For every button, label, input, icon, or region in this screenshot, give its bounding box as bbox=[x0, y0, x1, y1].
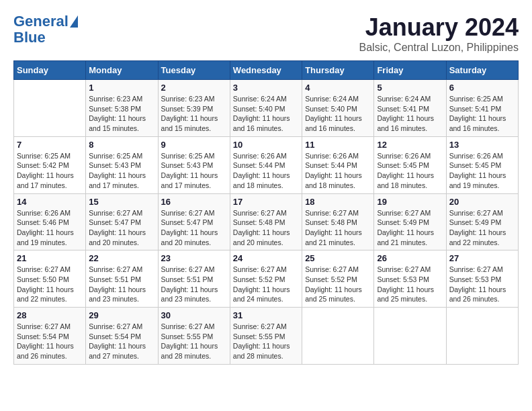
calendar-cell: 27Sunrise: 6:27 AMSunset: 5:53 PMDayligh… bbox=[446, 250, 518, 308]
day-info: Sunrise: 6:27 AMSunset: 5:52 PMDaylight:… bbox=[305, 265, 371, 304]
day-number: 10 bbox=[233, 140, 299, 150]
day-info: Sunrise: 6:24 AMSunset: 5:40 PMDaylight:… bbox=[233, 94, 299, 134]
day-number: 21 bbox=[17, 253, 83, 263]
day-number: 5 bbox=[377, 83, 443, 93]
calendar-cell: 18Sunrise: 6:27 AMSunset: 5:48 PMDayligh… bbox=[302, 193, 374, 250]
calendar-cell: 20Sunrise: 6:27 AMSunset: 5:49 PMDayligh… bbox=[446, 193, 518, 250]
calendar-cell bbox=[446, 308, 518, 365]
day-number: 6 bbox=[449, 83, 515, 93]
day-info: Sunrise: 6:23 AMSunset: 5:39 PMDaylight:… bbox=[161, 94, 227, 134]
day-number: 22 bbox=[89, 253, 154, 263]
day-info: Sunrise: 6:25 AMSunset: 5:41 PMDaylight:… bbox=[449, 94, 515, 134]
weekday-header: Saturday bbox=[446, 61, 518, 80]
calendar-cell: 25Sunrise: 6:27 AMSunset: 5:52 PMDayligh… bbox=[302, 250, 374, 308]
calendar-cell: 13Sunrise: 6:26 AMSunset: 5:45 PMDayligh… bbox=[446, 136, 518, 193]
calendar-cell: 22Sunrise: 6:27 AMSunset: 5:51 PMDayligh… bbox=[86, 250, 158, 308]
calendar-cell: 17Sunrise: 6:27 AMSunset: 5:48 PMDayligh… bbox=[230, 193, 302, 250]
day-info: Sunrise: 6:27 AMSunset: 5:53 PMDaylight:… bbox=[449, 265, 515, 304]
day-number: 20 bbox=[449, 197, 515, 207]
calendar-cell: 11Sunrise: 6:26 AMSunset: 5:44 PMDayligh… bbox=[302, 136, 374, 193]
day-number: 4 bbox=[305, 83, 371, 93]
calendar-cell: 4Sunrise: 6:24 AMSunset: 5:40 PMDaylight… bbox=[302, 80, 374, 137]
day-number: 26 bbox=[377, 253, 443, 263]
day-info: Sunrise: 6:24 AMSunset: 5:41 PMDaylight:… bbox=[377, 94, 443, 134]
day-number: 18 bbox=[305, 197, 371, 207]
day-number: 2 bbox=[161, 83, 227, 93]
day-number: 30 bbox=[161, 310, 227, 320]
calendar-cell: 15Sunrise: 6:27 AMSunset: 5:47 PMDayligh… bbox=[86, 193, 158, 250]
day-number: 16 bbox=[161, 197, 227, 207]
day-info: Sunrise: 6:27 AMSunset: 5:54 PMDaylight:… bbox=[89, 322, 154, 361]
calendar-week-row: 7Sunrise: 6:25 AMSunset: 5:42 PMDaylight… bbox=[14, 136, 519, 193]
logo: General Blue bbox=[13, 13, 78, 46]
calendar-cell: 1Sunrise: 6:23 AMSunset: 5:38 PMDaylight… bbox=[86, 80, 158, 137]
day-number: 17 bbox=[233, 197, 299, 207]
day-number: 15 bbox=[89, 197, 154, 207]
day-info: Sunrise: 6:27 AMSunset: 5:51 PMDaylight:… bbox=[161, 265, 227, 304]
day-number: 29 bbox=[89, 310, 154, 320]
day-info: Sunrise: 6:27 AMSunset: 5:55 PMDaylight:… bbox=[233, 322, 299, 361]
day-number: 23 bbox=[161, 253, 227, 263]
day-number: 28 bbox=[17, 310, 83, 320]
calendar-cell: 29Sunrise: 6:27 AMSunset: 5:54 PMDayligh… bbox=[86, 308, 158, 365]
day-number: 1 bbox=[89, 83, 154, 93]
title-block: January 2024 Balsic, Central Luzon, Phil… bbox=[359, 13, 519, 54]
calendar-cell: 21Sunrise: 6:27 AMSunset: 5:50 PMDayligh… bbox=[14, 250, 86, 308]
calendar-cell: 5Sunrise: 6:24 AMSunset: 5:41 PMDaylight… bbox=[374, 80, 446, 137]
calendar-cell: 19Sunrise: 6:27 AMSunset: 5:49 PMDayligh… bbox=[374, 193, 446, 250]
day-number: 3 bbox=[233, 83, 299, 93]
weekday-header: Monday bbox=[86, 61, 158, 80]
calendar-header: SundayMondayTuesdayWednesdayThursdayFrid… bbox=[14, 61, 519, 80]
day-info: Sunrise: 6:26 AMSunset: 5:44 PMDaylight:… bbox=[233, 151, 299, 191]
day-number: 12 bbox=[377, 140, 443, 150]
calendar-cell: 26Sunrise: 6:27 AMSunset: 5:53 PMDayligh… bbox=[374, 250, 446, 308]
day-info: Sunrise: 6:27 AMSunset: 5:49 PMDaylight:… bbox=[377, 208, 443, 248]
calendar-cell: 8Sunrise: 6:25 AMSunset: 5:43 PMDaylight… bbox=[86, 136, 158, 193]
day-info: Sunrise: 6:27 AMSunset: 5:55 PMDaylight:… bbox=[161, 322, 227, 361]
calendar-cell bbox=[14, 80, 86, 137]
calendar-cell: 9Sunrise: 6:25 AMSunset: 5:43 PMDaylight… bbox=[158, 136, 230, 193]
weekday-header: Friday bbox=[374, 61, 446, 80]
calendar-cell: 31Sunrise: 6:27 AMSunset: 5:55 PMDayligh… bbox=[230, 308, 302, 365]
logo-text-line2: Blue bbox=[13, 30, 46, 46]
day-info: Sunrise: 6:27 AMSunset: 5:51 PMDaylight:… bbox=[89, 265, 154, 304]
day-info: Sunrise: 6:27 AMSunset: 5:49 PMDaylight:… bbox=[449, 208, 515, 248]
calendar-cell: 16Sunrise: 6:27 AMSunset: 5:47 PMDayligh… bbox=[158, 193, 230, 250]
day-number: 7 bbox=[17, 140, 83, 150]
calendar-week-row: 14Sunrise: 6:26 AMSunset: 5:46 PMDayligh… bbox=[14, 193, 519, 250]
day-number: 11 bbox=[305, 140, 371, 150]
calendar-week-row: 1Sunrise: 6:23 AMSunset: 5:38 PMDaylight… bbox=[14, 80, 519, 137]
calendar-cell bbox=[302, 308, 374, 365]
calendar-table: SundayMondayTuesdayWednesdayThursdayFrid… bbox=[13, 60, 519, 365]
day-info: Sunrise: 6:25 AMSunset: 5:43 PMDaylight:… bbox=[161, 151, 227, 191]
day-number: 25 bbox=[305, 253, 371, 263]
day-info: Sunrise: 6:27 AMSunset: 5:48 PMDaylight:… bbox=[305, 208, 371, 248]
day-info: Sunrise: 6:24 AMSunset: 5:40 PMDaylight:… bbox=[305, 94, 371, 134]
day-number: 27 bbox=[449, 253, 515, 263]
weekday-header: Tuesday bbox=[158, 61, 230, 80]
calendar-cell: 3Sunrise: 6:24 AMSunset: 5:40 PMDaylight… bbox=[230, 80, 302, 137]
calendar-cell: 30Sunrise: 6:27 AMSunset: 5:55 PMDayligh… bbox=[158, 308, 230, 365]
calendar-week-row: 21Sunrise: 6:27 AMSunset: 5:50 PMDayligh… bbox=[14, 250, 519, 308]
day-info: Sunrise: 6:27 AMSunset: 5:54 PMDaylight:… bbox=[17, 322, 83, 361]
day-info: Sunrise: 6:26 AMSunset: 5:45 PMDaylight:… bbox=[449, 151, 515, 191]
calendar-cell: 28Sunrise: 6:27 AMSunset: 5:54 PMDayligh… bbox=[14, 308, 86, 365]
day-number: 9 bbox=[161, 140, 227, 150]
day-info: Sunrise: 6:26 AMSunset: 5:46 PMDaylight:… bbox=[17, 208, 83, 248]
calendar-cell: 10Sunrise: 6:26 AMSunset: 5:44 PMDayligh… bbox=[230, 136, 302, 193]
logo-triangle-icon bbox=[70, 15, 78, 28]
calendar-cell: 12Sunrise: 6:26 AMSunset: 5:45 PMDayligh… bbox=[374, 136, 446, 193]
weekday-header: Thursday bbox=[302, 61, 374, 80]
logo-text-line1: General bbox=[13, 13, 69, 30]
day-info: Sunrise: 6:27 AMSunset: 5:48 PMDaylight:… bbox=[233, 208, 299, 248]
day-info: Sunrise: 6:27 AMSunset: 5:50 PMDaylight:… bbox=[17, 265, 83, 304]
day-info: Sunrise: 6:25 AMSunset: 5:42 PMDaylight:… bbox=[17, 151, 83, 191]
calendar-title: January 2024 bbox=[359, 13, 519, 42]
day-number: 13 bbox=[449, 140, 515, 150]
calendar-subtitle: Balsic, Central Luzon, Philippines bbox=[359, 42, 519, 54]
day-info: Sunrise: 6:27 AMSunset: 5:52 PMDaylight:… bbox=[233, 265, 299, 304]
calendar-body: 1Sunrise: 6:23 AMSunset: 5:38 PMDaylight… bbox=[14, 80, 519, 365]
calendar-cell: 24Sunrise: 6:27 AMSunset: 5:52 PMDayligh… bbox=[230, 250, 302, 308]
day-number: 14 bbox=[17, 197, 83, 207]
day-info: Sunrise: 6:26 AMSunset: 5:45 PMDaylight:… bbox=[377, 151, 443, 191]
